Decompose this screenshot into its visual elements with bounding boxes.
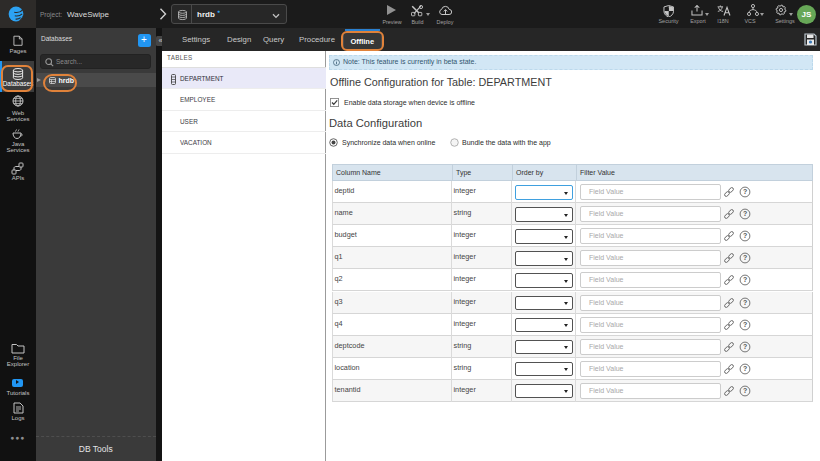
svg-text:?: ? — [743, 255, 747, 262]
svg-text:?: ? — [743, 321, 747, 328]
svg-text:?: ? — [743, 343, 747, 350]
svg-text:?: ? — [743, 210, 747, 217]
svg-text:?: ? — [743, 188, 747, 195]
svg-text:?: ? — [743, 387, 747, 394]
svg-text:?: ? — [743, 232, 747, 239]
svg-text:?: ? — [743, 277, 747, 284]
svg-text:?: ? — [743, 365, 747, 372]
svg-text:?: ? — [743, 299, 747, 306]
